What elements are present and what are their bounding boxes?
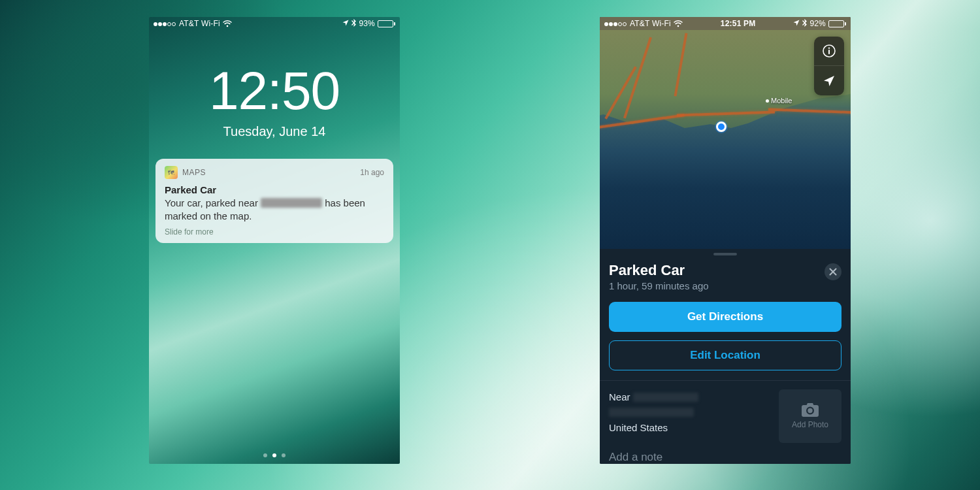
notif-body: Your car, parked near has been marked on… (165, 197, 384, 223)
battery-icon (828, 20, 846, 27)
bluetooth-icon (802, 19, 807, 29)
status-time: 12:51 PM (683, 19, 793, 28)
signal-dots (604, 19, 627, 28)
address-block: Near United States (609, 389, 768, 435)
get-directions-button[interactable]: Get Directions (609, 302, 841, 332)
wifi-icon (223, 20, 232, 27)
location-icon (793, 19, 800, 28)
battery-icon (378, 20, 395, 27)
map-city-label: Mobile (766, 97, 792, 105)
add-photo-button[interactable]: Add Photo (779, 389, 841, 443)
close-button[interactable] (825, 263, 841, 280)
notif-title: Parked Car (165, 184, 384, 195)
svg-rect-2 (828, 50, 830, 54)
parked-car-card: Parked Car 1 hour, 59 minutes ago Get Di… (600, 249, 851, 464)
lock-clock-time: 12:50 (149, 64, 400, 118)
lock-clock-date: Tuesday, June 14 (149, 124, 400, 139)
map-controls (814, 37, 844, 95)
lockscreen-notification[interactable]: 🗺 MAPS 1h ago Parked Car Your car, parke… (155, 159, 393, 243)
battery-pct: 93% (359, 19, 375, 28)
carrier-label: AT&T Wi-Fi (179, 19, 220, 28)
map-locate-button[interactable] (814, 66, 844, 95)
status-bar: AT&T Wi-Fi 93% (149, 17, 400, 30)
drag-handle[interactable] (713, 253, 737, 255)
notif-app-name: MAPS (182, 168, 206, 177)
redacted-address-1 (633, 393, 698, 402)
bluetooth-icon (351, 19, 356, 29)
map-view[interactable]: Mobile (600, 30, 851, 249)
map-info-button[interactable] (814, 37, 844, 66)
notif-slide-hint: Slide for more (165, 227, 384, 237)
wifi-icon (674, 20, 683, 27)
card-subtitle: 1 hour, 59 minutes ago (609, 280, 825, 291)
redacted-address-2 (609, 408, 694, 417)
maps-app-icon: 🗺 (165, 166, 178, 179)
camera-icon (802, 403, 819, 417)
current-location-dot (716, 122, 727, 132)
page-indicator (149, 453, 400, 457)
lockscreen-phone: AT&T Wi-Fi 93% 12:50 Tuesday, June 14 🗺 … (149, 17, 400, 464)
maps-phone: AT&T Wi-Fi 12:51 PM 92% Mobile Parked Ca… (600, 17, 851, 464)
carrier-label: AT&T Wi-Fi (630, 19, 671, 28)
add-note-field[interactable]: Add a note (609, 451, 841, 464)
edit-location-button[interactable]: Edit Location (609, 340, 841, 370)
battery-pct: 92% (809, 19, 826, 28)
notif-time-ago: 1h ago (360, 168, 384, 177)
card-title: Parked Car (609, 262, 825, 279)
status-bar: AT&T Wi-Fi 12:51 PM 92% (600, 17, 851, 30)
location-icon (342, 19, 349, 28)
svg-point-1 (828, 47, 830, 48)
redacted-location (261, 198, 322, 208)
signal-dots (154, 19, 176, 28)
